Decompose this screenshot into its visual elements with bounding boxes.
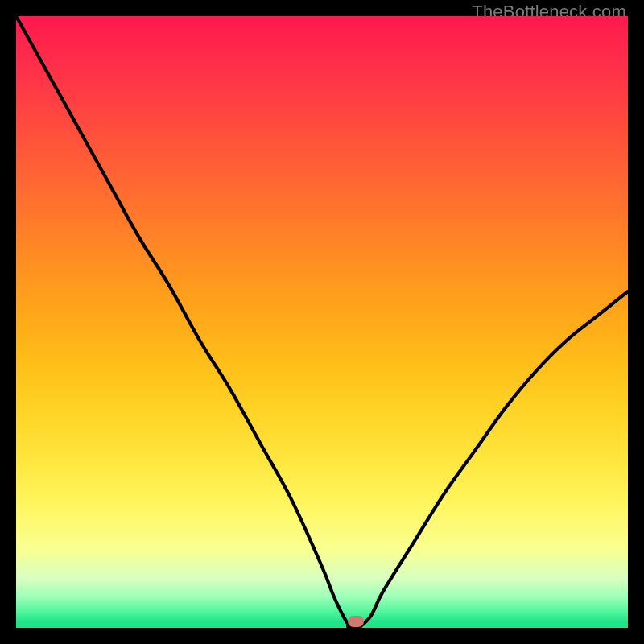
bottleneck-curve [16,16,628,628]
chart-frame: TheBottleneck.com [0,0,644,644]
plot-area [16,16,628,628]
minimum-marker [348,616,364,627]
